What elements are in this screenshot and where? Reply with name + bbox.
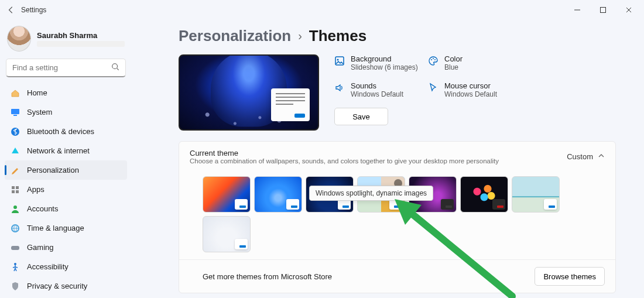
sidebar-item-bluetooth[interactable]: Bluetooth & devices xyxy=(5,122,127,141)
chevron-up-icon xyxy=(598,152,605,161)
nav-label: System xyxy=(27,108,52,117)
search-input[interactable] xyxy=(6,59,126,77)
current-theme-header[interactable]: Current theme Choose a combination of wa… xyxy=(179,142,615,172)
theme-option-6[interactable] xyxy=(460,176,508,213)
more-themes-row: Get more themes from Microsoft Store Bro… xyxy=(179,259,615,293)
svg-point-15 xyxy=(337,59,339,61)
shield-icon xyxy=(11,282,20,291)
gamepad-icon xyxy=(11,243,20,252)
nav-label: Personalization xyxy=(27,166,79,174)
current-theme-desc: Choose a combination of wallpapers, soun… xyxy=(190,157,499,165)
breadcrumb: Personalization › Themes xyxy=(179,27,616,45)
nav-label: Home xyxy=(27,88,47,97)
back-button[interactable] xyxy=(2,1,20,19)
bluetooth-icon xyxy=(11,127,20,136)
nav-label: Bluetooth & devices xyxy=(27,127,94,136)
search-icon xyxy=(111,63,119,73)
svg-point-1 xyxy=(112,63,118,68)
accessibility-icon xyxy=(11,262,20,272)
nav-label: Accessibility xyxy=(27,262,68,271)
home-icon xyxy=(11,88,20,98)
page-title: Themes xyxy=(309,27,366,45)
theme-option-8[interactable] xyxy=(203,216,251,252)
sidebar-item-time-language[interactable]: Time & language xyxy=(5,218,127,238)
sidebar-item-accounts[interactable]: Accounts xyxy=(5,199,127,218)
tooltip: Windows spotlight, dynamic images xyxy=(309,186,433,201)
monitor-icon xyxy=(11,108,20,117)
sidebar-item-update[interactable]: Windows Update xyxy=(5,296,127,298)
nav-label: Network & internet xyxy=(27,146,90,155)
cursor-setting[interactable]: Mouse cursorWindows Default xyxy=(428,81,516,104)
current-theme-value: Custom xyxy=(567,152,593,161)
svg-point-16 xyxy=(431,59,432,60)
sound-icon xyxy=(334,81,345,95)
save-button[interactable]: Save xyxy=(334,108,388,125)
current-theme-label: Current theme xyxy=(190,149,499,157)
browse-themes-button[interactable]: Browse themes xyxy=(535,267,605,286)
window-title: Settings xyxy=(21,6,46,14)
close-button[interactable] xyxy=(616,1,642,19)
svg-rect-7 xyxy=(12,190,15,193)
color-setting[interactable]: ColorBlue xyxy=(428,54,516,77)
svg-point-12 xyxy=(14,263,16,265)
preview-window xyxy=(271,88,310,121)
svg-point-18 xyxy=(434,59,436,60)
sidebar-item-apps[interactable]: Apps xyxy=(5,180,127,199)
globe-icon xyxy=(11,224,20,233)
sidebar-item-gaming[interactable]: Gaming xyxy=(5,238,127,257)
sidebar-item-network[interactable]: Network & internet xyxy=(5,141,127,160)
avatar xyxy=(7,26,31,52)
svg-rect-0 xyxy=(601,8,606,13)
nav-label: Apps xyxy=(27,185,44,194)
user-email-placeholder xyxy=(37,41,125,47)
content: Personalization › Themes BackgroundSlide… xyxy=(132,20,644,298)
search-field[interactable] xyxy=(12,63,111,72)
brush-icon xyxy=(11,166,20,175)
sounds-setting[interactable]: SoundsWindows Default xyxy=(334,81,422,104)
cursor-icon xyxy=(428,81,439,95)
titlebar: Settings xyxy=(0,0,644,20)
maximize-button[interactable] xyxy=(590,1,616,19)
breadcrumb-parent[interactable]: Personalization xyxy=(179,27,291,45)
theme-gallery: Windows spotlight, dynamic images xyxy=(179,172,615,259)
user-header[interactable]: Saurabh Sharma xyxy=(5,25,127,55)
svg-rect-3 xyxy=(13,115,17,116)
chevron-right-icon: › xyxy=(298,29,302,43)
svg-rect-2 xyxy=(11,109,19,114)
nav-label: Time & language xyxy=(27,224,84,232)
svg-rect-11 xyxy=(11,246,19,250)
theme-option-1[interactable] xyxy=(203,176,251,213)
svg-rect-8 xyxy=(16,190,19,193)
person-icon xyxy=(11,204,20,214)
svg-point-17 xyxy=(433,58,434,59)
theme-option-2[interactable] xyxy=(254,176,302,213)
current-theme-section: Current theme Choose a combination of wa… xyxy=(179,141,616,293)
svg-point-9 xyxy=(13,205,17,209)
minimize-button[interactable] xyxy=(564,1,590,19)
sidebar: Saurabh Sharma Home System Bluetooth & d… xyxy=(0,20,132,298)
nav-label: Accounts xyxy=(27,204,58,213)
sidebar-item-home[interactable]: Home xyxy=(5,83,127,102)
sidebar-item-personalization[interactable]: Personalization xyxy=(5,160,127,180)
palette-icon xyxy=(428,54,439,68)
svg-rect-6 xyxy=(16,186,19,189)
image-icon xyxy=(334,54,345,68)
nav-label: Gaming xyxy=(27,243,54,252)
theme-preview xyxy=(179,54,319,131)
user-name: Saurabh Sharma xyxy=(37,31,125,40)
sidebar-item-privacy[interactable]: Privacy & security xyxy=(5,276,127,296)
background-setting[interactable]: BackgroundSlideshow (6 images) xyxy=(334,54,422,77)
apps-icon xyxy=(11,185,20,194)
sidebar-item-accessibility[interactable]: Accessibility xyxy=(5,257,127,276)
svg-rect-5 xyxy=(12,186,15,189)
theme-summary: BackgroundSlideshow (6 images) ColorBlue… xyxy=(334,54,516,131)
wifi-icon xyxy=(11,146,20,156)
nav-label: Privacy & security xyxy=(27,282,87,290)
sidebar-item-system[interactable]: System xyxy=(5,102,127,122)
theme-option-7[interactable] xyxy=(512,176,560,213)
more-themes-label: Get more themes from Microsoft Store xyxy=(203,272,332,281)
